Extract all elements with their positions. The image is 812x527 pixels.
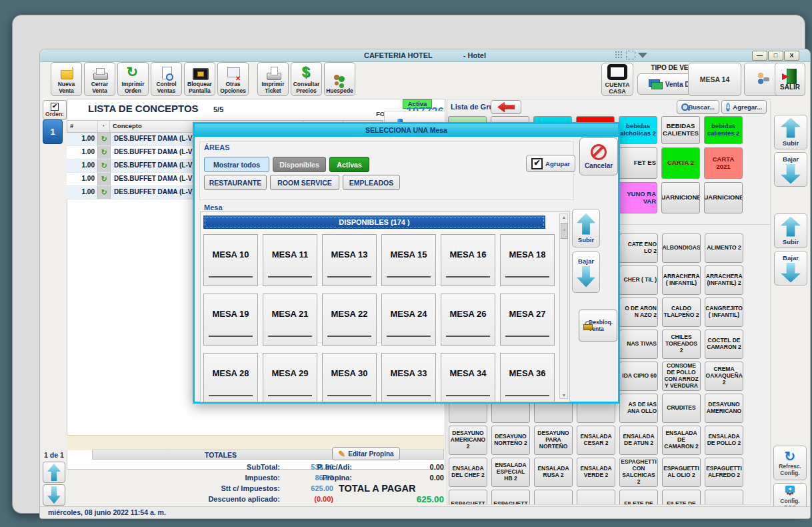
- product-button[interactable]: ENSALADA DE CAMARON 2: [662, 426, 701, 455]
- toolbar-button[interactable]: Huespede: [324, 62, 355, 96]
- filter-activas[interactable]: Activas: [329, 157, 369, 172]
- toolbar-button[interactable]: Imprimir Ticket: [257, 62, 289, 96]
- scroll-up-icon[interactable]: ▲: [561, 215, 567, 219]
- mesa-button[interactable]: MESA 29: [263, 353, 317, 402]
- product-button[interactable]: IDA CIPIO 60: [619, 362, 658, 391]
- order-tab-1[interactable]: 1: [43, 119, 63, 144]
- mesa-button[interactable]: MESA 13: [322, 234, 377, 286]
- toolbar-button[interactable]: Otras Opciones: [217, 62, 249, 96]
- mesa-button[interactable]: MESA 16: [441, 234, 495, 286]
- product-button[interactable]: DESAYUNO AMERICANO: [705, 394, 743, 423]
- product-button[interactable]: ENSALADA DE POLLO 2: [705, 426, 743, 455]
- resize-icon[interactable]: [626, 51, 635, 59]
- grid-icon[interactable]: [615, 51, 623, 59]
- agrupar-checkbox[interactable]: ✔ Agrupar: [526, 155, 575, 172]
- product-button[interactable]: ENSALADA RUSA 2: [534, 458, 573, 487]
- refrescar-config-button[interactable]: ↻ Refresc. Config.: [773, 446, 807, 480]
- toolbar-button[interactable]: Bloquear Pantalla: [184, 62, 215, 96]
- product-button[interactable]: AS DE IAS ANA OLLO: [619, 394, 658, 423]
- toolbar-button[interactable]: Consultar Precios: [291, 62, 322, 96]
- toolbar-button[interactable]: Cerrar Venta: [84, 62, 115, 96]
- products-subir-button[interactable]: Subir: [774, 213, 807, 248]
- product-button[interactable]: ESPAGUETTI ALFREDO 2: [705, 458, 743, 487]
- area-empleados-button[interactable]: EMPLEADOS: [343, 175, 400, 190]
- groups-subir-button[interactable]: Subir: [774, 115, 807, 149]
- chevron-down-icon[interactable]: [638, 53, 647, 58]
- product-button[interactable]: NAS TIVAS: [619, 330, 658, 359]
- mesa-button[interactable]: MESA 19: [203, 294, 258, 346]
- product-button[interactable]: ALBONDIGAS: [662, 233, 701, 263]
- cancelar-button[interactable]: Cancelar: [579, 137, 618, 175]
- groups-bajar-button[interactable]: Bajar: [774, 152, 807, 187]
- product-button[interactable]: ESPAGHETTI CON SALCHICAS 2: [619, 458, 658, 487]
- toolbar-button[interactable]: Control Ventas: [151, 62, 182, 96]
- product-button[interactable]: [534, 490, 573, 505]
- filter-mostrar-todos[interactable]: Mostrar todos: [204, 157, 269, 172]
- mesa-subir-button[interactable]: Subir: [572, 209, 600, 247]
- product-button[interactable]: O DE ARON N AZO 2: [619, 298, 658, 327]
- group-button[interactable]: CARTA 2021: [704, 147, 743, 179]
- product-button[interactable]: ALIMENTO 2: [705, 233, 743, 263]
- filter-disponibles[interactable]: Disponibles: [273, 157, 326, 172]
- group-button[interactable]: GUARNICIONES: [704, 182, 743, 213]
- product-button[interactable]: CATE ENO LO 2: [619, 233, 658, 263]
- area-restaurante-button[interactable]: RESTAURANTE: [204, 175, 267, 190]
- scrollbar-thumb[interactable]: ≡: [561, 223, 568, 239]
- mesa-button[interactable]: MESA 34: [441, 353, 495, 402]
- back-group-button[interactable]: [491, 100, 521, 114]
- group-button[interactable]: bebidas alcholicas 2: [619, 116, 657, 144]
- desbloquear-venta-button[interactable]: Desbloq. Venta: [579, 310, 617, 342]
- mesa-button[interactable]: MESA 15: [381, 234, 436, 286]
- product-button[interactable]: FILETE DE: [619, 490, 658, 505]
- group-button[interactable]: GUARNICIONES: [661, 182, 700, 213]
- group-button[interactable]: CARTA 2: [661, 147, 700, 179]
- mesa-button[interactable]: MESA 21: [263, 294, 317, 346]
- orden-checkbox-button[interactable]: ✔ Orden:: [43, 100, 67, 120]
- buscar-button[interactable]: Buscar...: [677, 100, 719, 114]
- product-button[interactable]: CALDO TLALPEÑO 2: [662, 298, 701, 327]
- product-button[interactable]: COCTEL DE CAMARON 2: [705, 330, 743, 359]
- product-button[interactable]: CREMA OAXAQUEÑA 2: [705, 362, 743, 391]
- group-button[interactable]: FET ES: [619, 147, 657, 179]
- product-button[interactable]: DESAYUNO AMERICANO 2: [449, 426, 487, 455]
- product-button[interactable]: ESPAGUETTI AL OLIO 2: [662, 458, 701, 487]
- mesa-button[interactable]: MESA 26: [441, 294, 495, 346]
- group-button[interactable]: YUNO RA VAR: [619, 182, 657, 213]
- group-button[interactable]: BEBIDAS CALIENTES: [661, 116, 700, 144]
- product-button[interactable]: ENSALADA DEL CHEF 2: [449, 458, 487, 487]
- mesa-actual-button[interactable]: MESA 14: [688, 63, 741, 96]
- scrollbar[interactable]: ▲ ≡ ▼: [559, 213, 568, 399]
- mesa-bajar-button[interactable]: Bajar: [572, 251, 600, 293]
- maximize-button[interactable]: □: [768, 51, 783, 61]
- mesa-button[interactable]: MESA 11: [263, 234, 317, 286]
- product-button[interactable]: FILETE DE: [662, 490, 701, 505]
- product-button[interactable]: DESAYUNO NORTEÑO 2: [491, 426, 530, 455]
- mesa-button[interactable]: MESA 10: [203, 234, 258, 286]
- product-button[interactable]: CHILES TOREADOS 2: [662, 330, 701, 359]
- page-down-button[interactable]: [43, 484, 65, 506]
- cuenta-casa-button[interactable]: CUENTA CASA: [601, 63, 633, 96]
- product-button[interactable]: ENSALADA VERDE 2: [577, 458, 615, 487]
- mesa-button[interactable]: MESA 22: [322, 294, 377, 346]
- toolbar-button[interactable]: Imprimir Orden: [117, 62, 149, 96]
- product-button[interactable]: ENSALADA CESAR 2: [577, 426, 615, 455]
- mesa-button[interactable]: MESA 27: [500, 294, 555, 346]
- mesa-button[interactable]: MESA 24: [381, 294, 436, 346]
- mesa-button[interactable]: MESA 33: [381, 353, 436, 402]
- product-button[interactable]: ENSALADA DE ATUN 2: [619, 426, 658, 455]
- product-button[interactable]: CRUDITES: [662, 394, 701, 423]
- page-up-button[interactable]: [43, 462, 65, 483]
- agregar-button[interactable]: + Agregar...: [721, 100, 767, 114]
- products-bajar-button[interactable]: Bajar: [774, 251, 807, 286]
- product-button[interactable]: ARRACHERA (INFANTIL) 2: [705, 266, 743, 295]
- minimize-button[interactable]: —: [752, 51, 767, 61]
- mesa-button[interactable]: MESA 28: [203, 353, 258, 402]
- product-button[interactable]: DESAYUNO PARA NORTEÑO: [534, 426, 573, 455]
- area-room-service-button[interactable]: ROOM SERVICE: [270, 175, 339, 190]
- product-button[interactable]: [705, 490, 743, 505]
- editar-propina-button[interactable]: ✎ Editar Propina: [332, 447, 400, 460]
- mesa-button[interactable]: MESA 18: [500, 234, 555, 286]
- mesa-button[interactable]: MESA 30: [322, 353, 377, 402]
- product-button[interactable]: CONSOME DE POLLO CON ARROZ Y VERDURA: [662, 362, 701, 391]
- product-button[interactable]: ESPAGUETT: [491, 490, 530, 505]
